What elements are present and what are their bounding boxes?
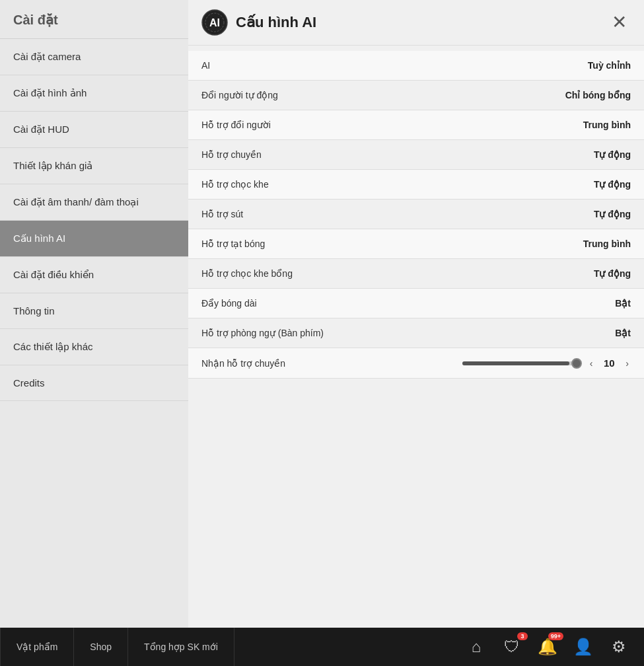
sidebar-item-ai[interactable]: Cấu hình AI bbox=[0, 221, 188, 257]
row-label: Đổi người tự động bbox=[201, 90, 278, 100]
user-icon-button[interactable]: 👤 bbox=[571, 635, 595, 659]
bottom-bar-nav: Vật phẩmShopTổng hợp SK mới bbox=[0, 628, 464, 666]
row-label: Hỗ trợ tạt bóng bbox=[201, 239, 265, 249]
settings-row[interactable]: Hỗ trợ phòng ngự (Bàn phím)Bật bbox=[188, 318, 644, 348]
sidebar-item-audio[interactable]: Cài đặt âm thanh/ đàm thoại bbox=[0, 184, 188, 221]
slider-prev-icon[interactable]: ‹ bbox=[588, 358, 595, 369]
row-label: AI bbox=[201, 60, 210, 71]
app-logo-icon: AI bbox=[201, 9, 228, 36]
settings-row[interactable]: Hỗ trợ chọc kheTự động bbox=[188, 170, 644, 200]
user-icon: 👤 bbox=[573, 638, 593, 656]
sidebar-item-camera[interactable]: Cài đặt camera bbox=[0, 39, 188, 75]
bell-badge: 99+ bbox=[548, 632, 563, 640]
row-value: Tự động bbox=[594, 179, 631, 190]
header-left: AI Cấu hình AI bbox=[201, 9, 316, 36]
sidebar-item-other[interactable]: Các thiết lập khác bbox=[0, 329, 188, 365]
sidebar-item-credits[interactable]: Credits bbox=[0, 365, 188, 401]
settings-row[interactable]: Hỗ trợ đổi ngườiTrung bình bbox=[188, 110, 644, 140]
settings-row[interactable]: Đổi người tự độngChỉ bóng bổng bbox=[188, 81, 644, 110]
row-value: Trung bình bbox=[583, 120, 631, 130]
home-icon-button[interactable]: ⌂ bbox=[464, 635, 488, 659]
page-title: Cấu hình AI bbox=[236, 14, 316, 31]
close-button[interactable]: ✕ bbox=[607, 11, 631, 34]
row-value: Trung bình bbox=[583, 239, 631, 249]
row-label: Hỗ trợ chọc khe bbox=[201, 179, 269, 190]
sidebar-item-image[interactable]: Cài đặt hình ảnh bbox=[0, 75, 188, 112]
slider-row[interactable]: Nhận hỗ trợ chuyền ‹ 10 › bbox=[188, 348, 644, 379]
bottom-nav-highlights[interactable]: Tổng hợp SK mới bbox=[128, 628, 234, 666]
gear-icon-button[interactable]: ⚙ bbox=[607, 635, 631, 659]
slider-controls: ‹ 10 › bbox=[462, 357, 631, 369]
sidebar-title: Cài đặt bbox=[0, 0, 188, 39]
settings-list: AITuỳ chỉnhĐổi người tự độngChỉ bóng bổn… bbox=[188, 46, 644, 384]
settings-row[interactable]: Hỗ trợ tạt bóngTrung bình bbox=[188, 229, 644, 259]
settings-row[interactable]: Đẩy bóng dàiBật bbox=[188, 289, 644, 318]
row-label: Hỗ trợ chuyền bbox=[201, 149, 262, 160]
svg-text:AI: AI bbox=[209, 17, 220, 28]
shield-icon: 🛡 bbox=[504, 638, 520, 656]
bottom-bar: Vật phẩmShopTổng hợp SK mới ⌂🛡3🔔99+👤⚙ bbox=[0, 628, 644, 666]
shield-badge: 3 bbox=[517, 632, 528, 640]
slider-track[interactable] bbox=[462, 361, 581, 365]
slider-thumb bbox=[571, 358, 582, 369]
gear-icon: ⚙ bbox=[612, 638, 626, 656]
row-label: Hỗ trợ chọc khe bổng bbox=[201, 268, 293, 279]
row-label: Hỗ trợ đổi người bbox=[201, 120, 271, 130]
slider-value: 10 bbox=[601, 357, 617, 369]
row-value: Chỉ bóng bổng bbox=[565, 90, 631, 100]
row-label: Hỗ trợ sút bbox=[201, 209, 243, 219]
row-value: Bật bbox=[615, 328, 631, 338]
bell-icon: 🔔 bbox=[538, 638, 557, 656]
sidebar: Cài đặt Cài đặt cameraCài đặt hình ảnhCà… bbox=[0, 0, 188, 628]
bottom-nav-shop[interactable]: Shop bbox=[74, 628, 128, 666]
shield-icon-button[interactable]: 🛡3 bbox=[500, 635, 524, 659]
slider-label: Nhận hỗ trợ chuyền bbox=[201, 358, 285, 369]
home-icon: ⌂ bbox=[472, 638, 482, 656]
row-value: Tự động bbox=[594, 149, 631, 160]
row-label: Đẩy bóng dài bbox=[201, 298, 257, 309]
sidebar-item-info[interactable]: Thông tin bbox=[0, 293, 188, 329]
row-value: Tự động bbox=[594, 209, 631, 219]
settings-row[interactable]: Hỗ trợ sútTự động bbox=[188, 200, 644, 229]
main-header: AI Cấu hình AI ✕ bbox=[188, 0, 644, 46]
sidebar-item-controls[interactable]: Cài đặt điều khiển bbox=[0, 257, 188, 293]
main-panel: AI Cấu hình AI ✕ AITuỳ chỉnhĐổi người tự… bbox=[188, 0, 644, 628]
sidebar-item-hud[interactable]: Cài đặt HUD bbox=[0, 112, 188, 148]
slider-fill bbox=[462, 361, 569, 365]
sidebar-item-audience[interactable]: Thiết lập khán giả bbox=[0, 148, 188, 184]
settings-row[interactable]: Hỗ trợ chọc khe bổngTự động bbox=[188, 259, 644, 289]
settings-row[interactable]: Hỗ trợ chuyềnTự động bbox=[188, 140, 644, 170]
row-value: Tự động bbox=[594, 268, 631, 279]
bell-icon-button[interactable]: 🔔99+ bbox=[536, 635, 559, 659]
bottom-bar-icons: ⌂🛡3🔔99+👤⚙ bbox=[464, 635, 644, 659]
bottom-nav-items[interactable]: Vật phẩm bbox=[0, 628, 74, 666]
row-value: Bật bbox=[615, 298, 631, 309]
row-label: Hỗ trợ phòng ngự (Bàn phím) bbox=[201, 328, 324, 338]
row-value: Tuỳ chỉnh bbox=[588, 60, 631, 71]
slider-next-icon[interactable]: › bbox=[624, 358, 631, 369]
settings-row[interactable]: AITuỳ chỉnh bbox=[188, 51, 644, 81]
